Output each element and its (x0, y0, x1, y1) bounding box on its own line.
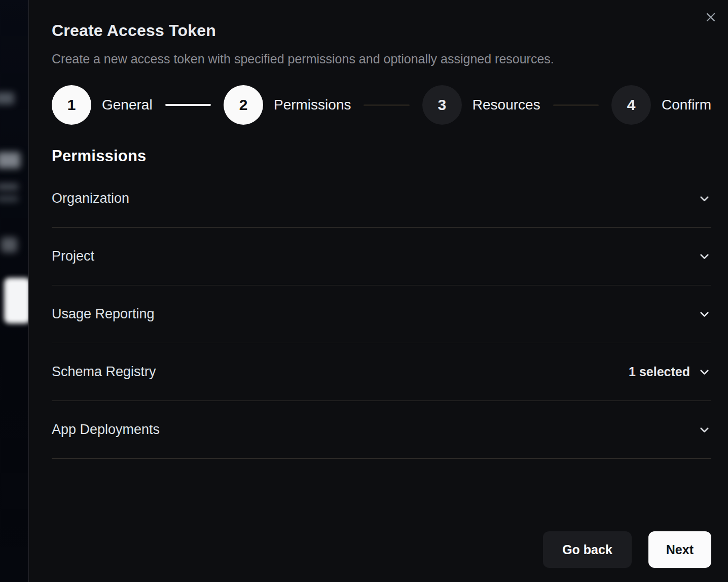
step-label: General (102, 97, 153, 113)
dialog-subtitle: Create a new access token with specified… (52, 52, 711, 66)
background-blur-shape (0, 152, 20, 168)
background-blur-shape (0, 196, 18, 202)
permission-group-label: Usage Reporting (52, 306, 155, 322)
permission-group-label: App Deployments (52, 422, 160, 438)
dialog-footer: Go back Next (543, 531, 711, 568)
close-icon (704, 10, 718, 26)
step-number-badge: 1 (52, 85, 91, 125)
step-connector (363, 104, 409, 106)
step-confirm[interactable]: 4 Confirm (611, 85, 711, 125)
permission-group-label: Project (52, 248, 94, 264)
background-blur-shape (4, 278, 28, 323)
permission-group-label: Schema Registry (52, 364, 156, 380)
background-blur-shape (0, 92, 14, 104)
chevron-down-icon (698, 423, 711, 437)
close-button[interactable] (703, 10, 719, 26)
next-button[interactable]: Next (648, 531, 711, 568)
step-number-badge: 2 (224, 85, 263, 125)
step-number-badge: 3 (422, 85, 462, 125)
step-resources[interactable]: 3 Resources (422, 85, 540, 125)
accordion-row-usage-reporting[interactable]: Usage Reporting (52, 285, 711, 343)
create-access-token-dialog: Create Access Token Create a new access … (28, 0, 728, 582)
wizard-stepper: 1 General 2 Permissions 3 Resources 4 Co… (52, 85, 711, 125)
chevron-down-icon (698, 365, 711, 379)
step-general[interactable]: 1 General (52, 85, 153, 125)
permission-groups-list: Organization Project Usage Reporting (52, 170, 711, 459)
accordion-row-organization[interactable]: Organization (52, 170, 711, 228)
permission-group-label: Organization (52, 191, 129, 206)
accordion-row-schema-registry[interactable]: Schema Registry 1 selected (52, 343, 711, 401)
chevron-down-icon (698, 192, 711, 205)
accordion-row-app-deployments[interactable]: App Deployments (52, 401, 711, 459)
step-connector (553, 104, 599, 106)
accordion-row-project[interactable]: Project (52, 228, 711, 285)
step-connector (165, 104, 211, 106)
background-blur-shape (1, 237, 17, 252)
step-label: Permissions (274, 97, 351, 113)
permissions-section-heading: Permissions (52, 147, 711, 165)
step-permissions[interactable]: 2 Permissions (224, 85, 351, 125)
background-blur-shape (0, 184, 18, 190)
step-label: Resources (472, 97, 540, 113)
go-back-button[interactable]: Go back (543, 531, 632, 568)
selected-count: 1 selected (629, 365, 690, 379)
background-page (0, 0, 28, 582)
page-title: Create Access Token (52, 21, 711, 40)
chevron-down-icon (698, 307, 711, 321)
step-number-badge: 4 (611, 85, 651, 125)
chevron-down-icon (698, 249, 711, 263)
step-label: Confirm (662, 97, 711, 113)
